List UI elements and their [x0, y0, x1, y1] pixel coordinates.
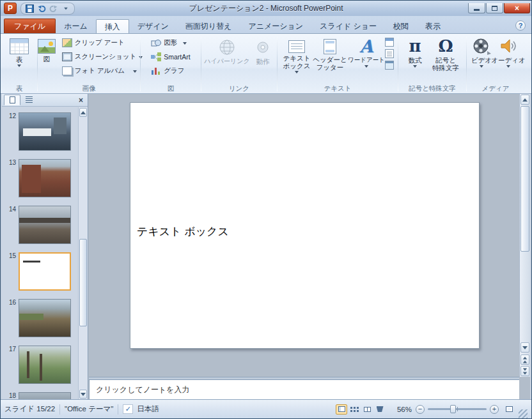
tab-transitions[interactable]: 画面切り替え [177, 19, 240, 33]
tab-design[interactable]: デザイン [129, 19, 177, 33]
chart-icon [151, 66, 161, 75]
undo-button[interactable] [36, 4, 47, 13]
ribbon-group-text: テキスト ボックス ヘッダーと フッター A ワードアート [278, 34, 397, 93]
titlebar: P プレゼンテーション2 - Microsoft PowerPoint × [1, 1, 531, 16]
slide-thumbnail-14[interactable]: 14 [2, 206, 78, 244]
close-button[interactable]: × [504, 3, 530, 13]
save-button[interactable] [24, 4, 35, 13]
proofing-status-icon[interactable]: ✓ [123, 404, 133, 414]
chart-button[interactable]: グラフ [149, 64, 192, 78]
wordart-button[interactable]: A ワードアート [348, 35, 385, 68]
equation-button[interactable]: π 数式 [402, 35, 428, 68]
dropdown-arrow-icon [480, 65, 483, 68]
slide-thumbnail-image[interactable] [19, 112, 71, 151]
tab-view[interactable]: 表示 [417, 19, 449, 33]
ribbon-group-links: ハイパーリンク 動作 リンク [202, 34, 276, 93]
slide-thumbnail-13[interactable]: 13 [2, 159, 78, 197]
symbol-button[interactable]: Ω 記号と 特殊文字 [428, 35, 463, 72]
scroll-down-button[interactable] [520, 342, 529, 353]
slide-number: 13 [2, 159, 19, 197]
outline-tab[interactable] [20, 95, 37, 105]
smartart-button[interactable]: SmartArt [149, 50, 192, 64]
tab-animations[interactable]: アニメーション [240, 19, 311, 33]
slide-thumbnail-image[interactable] [19, 346, 71, 384]
screenshot-icon [62, 52, 72, 61]
next-slide-button[interactable] [520, 366, 529, 376]
scroll-up-button[interactable] [79, 108, 87, 117]
slide-thumbnail-16[interactable]: 16 [2, 299, 78, 337]
slide-thumbnail-18[interactable]: 18 [2, 392, 78, 399]
zoom-in-button[interactable]: + [490, 405, 499, 414]
video-button[interactable]: ビデオ [469, 35, 494, 68]
maximize-button[interactable] [486, 3, 503, 13]
fit-to-window-button[interactable] [503, 404, 515, 415]
double-arrow-down-icon [522, 368, 528, 375]
pane-close-button[interactable]: × [76, 96, 86, 104]
group-separator [277, 36, 278, 91]
scroll-down-button[interactable] [79, 390, 87, 399]
reading-view-icon [364, 407, 371, 412]
language-indicator[interactable]: 日本語 [137, 404, 159, 414]
slide-thumbnail-17[interactable]: 17 [2, 346, 78, 384]
tab-slideshow[interactable]: スライド ショー [311, 19, 385, 33]
tab-home[interactable]: ホーム [56, 19, 96, 33]
reading-view-button[interactable] [361, 404, 373, 415]
slide-thumbnail-image[interactable] [19, 159, 71, 197]
help-button[interactable]: ? [515, 20, 526, 31]
group-label-text: テキスト [278, 84, 397, 93]
hyperlink-button[interactable]: ハイパーリンク [203, 35, 251, 66]
resize-grip[interactable] [519, 409, 528, 418]
action-button[interactable]: 動作 [251, 35, 275, 66]
previous-slide-button[interactable] [520, 354, 529, 365]
zoom-slider-thumb[interactable] [450, 405, 456, 413]
object-button[interactable] [385, 61, 394, 70]
redo-button[interactable] [49, 4, 59, 13]
zoom-slider[interactable] [428, 408, 487, 410]
audio-button[interactable]: オーディオ [494, 35, 522, 68]
notes-pane[interactable]: クリックしてノートを入力 [89, 380, 519, 399]
insert-picture-button[interactable]: 図 [33, 35, 60, 63]
textbox-button[interactable]: テキスト ボックス [281, 35, 312, 74]
close-icon: × [515, 4, 519, 13]
slide-indicator: スライド 15/22 [4, 404, 55, 414]
scroll-up-button[interactable] [520, 95, 529, 105]
photo-album-button[interactable]: フォト アルバム [60, 64, 145, 78]
date-time-button[interactable] [385, 38, 394, 47]
shapes-button[interactable]: 図形 [149, 36, 192, 50]
powerpoint-logo-icon[interactable]: P [4, 3, 17, 14]
insert-table-button[interactable]: 表 [4, 35, 35, 68]
scrollbar-thumb[interactable] [520, 106, 529, 252]
slide-thumbnail-image[interactable] [19, 206, 71, 244]
slide-thumbnail-15-selected[interactable]: 15 [2, 252, 78, 291]
slide-thumbnail-12[interactable]: 12 [2, 112, 78, 151]
scrollbar-thumb[interactable] [79, 239, 87, 326]
slide-canvas[interactable]: テキスト ボックス [130, 102, 480, 349]
tab-review[interactable]: 校閲 [385, 19, 417, 33]
normal-view-button[interactable] [336, 404, 347, 415]
slide-number: 17 [2, 346, 19, 384]
logo-glyph: P [8, 4, 13, 13]
slide-number-button[interactable] [385, 49, 394, 58]
slide-textbox[interactable]: テキスト ボックス [137, 224, 229, 239]
clipart-button[interactable]: クリップ アート [60, 36, 145, 50]
slide-sorter-view-button[interactable] [348, 404, 360, 415]
slides-tab[interactable] [4, 95, 20, 105]
zoom-out-button[interactable]: − [416, 405, 425, 414]
main-scrollbar[interactable] [519, 94, 530, 377]
chevron-down-icon [64, 7, 68, 10]
screenshot-button[interactable]: スクリーンショット [60, 50, 145, 64]
tab-insert[interactable]: 挿入 [96, 19, 129, 33]
theme-indicator[interactable]: "Office テーマ" [65, 404, 113, 414]
slideshow-view-button[interactable] [374, 404, 386, 415]
qat-dropdown-button[interactable] [61, 4, 71, 13]
minimize-button[interactable] [468, 3, 485, 13]
slide-thumbnail-image-selected[interactable] [19, 252, 71, 291]
zoom-percentage[interactable]: 56% [391, 406, 412, 413]
header-footer-button[interactable]: ヘッダーと フッター [312, 35, 348, 72]
slide-thumbnail-image[interactable] [19, 392, 71, 399]
tab-file[interactable]: ファイル [4, 19, 56, 33]
thumbnails-scrollbar[interactable] [78, 107, 88, 399]
smartart-icon [151, 52, 161, 61]
slide-thumbnail-image[interactable] [19, 299, 71, 337]
ribbon-group-illustrations: 図形 SmartArt グラフ 図 [141, 34, 200, 93]
